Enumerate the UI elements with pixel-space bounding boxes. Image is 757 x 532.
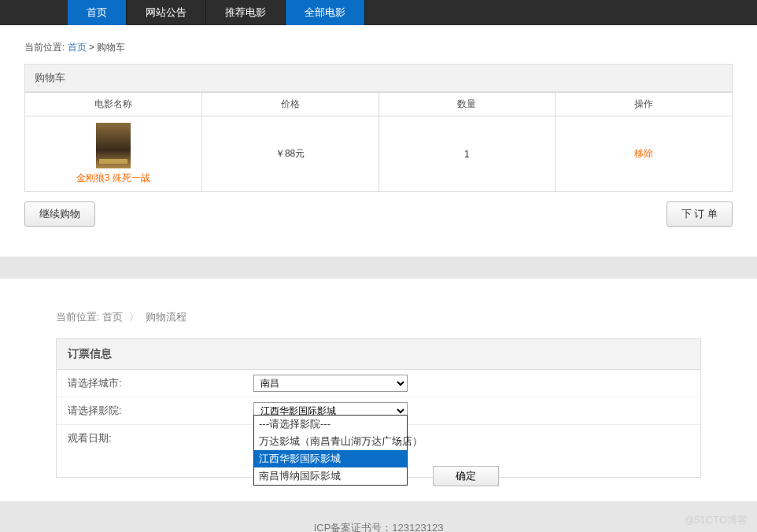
city-select[interactable]: 南昌: [253, 375, 408, 392]
place-order-button[interactable]: 下 订 单: [667, 201, 733, 227]
cart-button-row: 继续购物 下 订 单: [24, 201, 733, 227]
cell-movie: 金刚狼3 殊死一战: [25, 116, 202, 192]
cinema-option-placeholder[interactable]: ---请选择影院---: [254, 416, 407, 433]
booking-panel: 订票信息 请选择城市: 南昌 请选择影院: 江西华影国际影城 ---请选择影院-…: [56, 338, 701, 478]
footer-icp: ICP备案证书号：123123123: [0, 519, 757, 532]
nav-recommended[interactable]: 推荐电影: [206, 0, 286, 25]
cell-qty: 1: [378, 116, 556, 192]
cart-panel-title: 购物车: [24, 64, 733, 92]
table-header-row: 电影名称 价格 数量 操作: [25, 93, 733, 116]
th-action: 操作: [556, 93, 733, 116]
table-row: 金刚狼3 殊死一战 ￥88元 1 移除: [25, 116, 733, 192]
th-name: 电影名称: [25, 93, 202, 116]
th-price: 价格: [201, 93, 378, 116]
breadcrumb2-prefix: 当前位置:: [56, 311, 100, 323]
nav-announcements[interactable]: 网站公告: [127, 0, 206, 25]
nav-all-movies[interactable]: 全部电影: [286, 0, 365, 25]
continue-shopping-button[interactable]: 继续购物: [24, 201, 95, 227]
section-divider: [0, 257, 757, 279]
breadcrumb-current: 购物车: [97, 42, 125, 53]
breadcrumb-sep: >: [89, 42, 97, 53]
top-nav: 首页 网站公告 推荐电影 全部电影: [68, 0, 689, 25]
cart-section: 当前位置: 首页 > 购物车 购物车 电影名称 价格 数量 操作 金刚狼3 殊死…: [24, 25, 733, 242]
cinema-label: 请选择影院:: [57, 397, 253, 424]
nav-home[interactable]: 首页: [68, 0, 127, 25]
breadcrumb: 当前位置: 首页 > 购物车: [24, 41, 733, 54]
row-city: 请选择城市: 南昌: [57, 370, 700, 397]
movie-poster-icon: [96, 123, 131, 168]
movie-name-link[interactable]: 金刚狼3 殊死一战: [76, 172, 150, 183]
breadcrumb-home-link[interactable]: 首页: [68, 42, 87, 53]
cell-price: ￥88元: [201, 116, 378, 192]
breadcrumb-prefix: 当前位置:: [24, 42, 65, 53]
th-qty: 数量: [378, 93, 556, 116]
breadcrumb-2: 当前位置: 首页 〉 购物流程: [56, 310, 701, 324]
date-label: 观看日期:: [57, 425, 253, 452]
cinema-option-bona[interactable]: 南昌博纳国际影城: [254, 467, 407, 485]
watermark-bottom: @51CTO博客: [684, 513, 748, 527]
confirm-button[interactable]: 确定: [433, 466, 499, 486]
remove-link[interactable]: 移除: [634, 148, 653, 159]
city-label: 请选择城市:: [57, 370, 253, 397]
row-cinema: 请选择影院: 江西华影国际影城 ---请选择影院--- 万达影城（南昌青山湖万达…: [57, 397, 700, 425]
breadcrumb2-home-link[interactable]: 首页: [102, 311, 123, 323]
breadcrumb2-current: 购物流程: [146, 311, 186, 323]
booking-section: 当前位置: 首页 〉 购物流程 订票信息 请选择城市: 南昌 请选择影院: 江西…: [0, 279, 757, 478]
cinema-option-wanda[interactable]: 万达影城（南昌青山湖万达广场店）: [254, 433, 407, 450]
cinema-dropdown: ---请选择影院--- 万达影城（南昌青山湖万达广场店） 江西华影国际影城 南昌…: [253, 415, 408, 486]
cart-table: 电影名称 价格 数量 操作 金刚狼3 殊死一战 ￥88元 1 移除: [24, 92, 733, 192]
booking-panel-title: 订票信息: [57, 339, 700, 370]
footer: ICP备案证书号：123123123 © 2018 在线电影订票系统 版权所有，…: [0, 501, 757, 532]
top-bar: 首页 网站公告 推荐电影 全部电影: [0, 0, 757, 25]
cinema-option-huaying[interactable]: 江西华影国际影城: [254, 450, 407, 467]
cell-action: 移除: [556, 116, 733, 192]
breadcrumb2-sep: 〉: [129, 311, 139, 323]
